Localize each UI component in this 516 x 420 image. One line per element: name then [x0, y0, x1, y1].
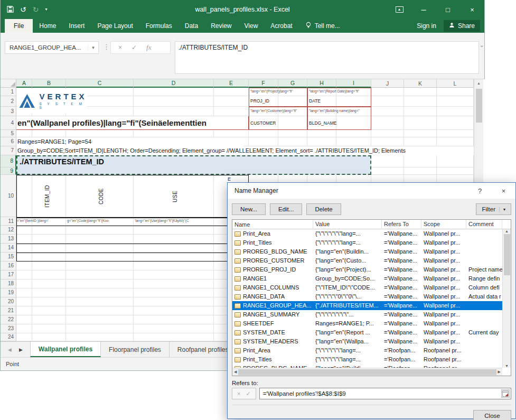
- row-header-6[interactable]: 6: [1, 137, 16, 146]
- column-header-G[interactable]: G: [278, 79, 307, 88]
- row-header-23[interactable]: 23: [1, 324, 16, 333]
- row-header-21[interactable]: 21: [1, 306, 16, 315]
- sheet-nav-right-icon[interactable]: ▶: [19, 347, 23, 352]
- column-header-A[interactable]: A: [16, 79, 32, 88]
- nm-row-print_area[interactable]: Print_Area{"\"\"\"\"\"\"lang=...='Wallpa…: [232, 229, 502, 238]
- nm-scroll-up-icon[interactable]: ▲: [505, 229, 509, 233]
- row-header-9[interactable]: 9: [1, 167, 16, 175]
- nm-column-header-comment[interactable]: Comment: [466, 220, 502, 229]
- ribbon-tab-acrobat[interactable]: Acrobat: [264, 19, 298, 33]
- row-header-22[interactable]: 22: [1, 315, 16, 324]
- edit-name-button[interactable]: Edit...: [270, 203, 302, 215]
- column-header-B[interactable]: B: [32, 79, 66, 88]
- ribbon-tab-review[interactable]: Review: [204, 19, 238, 33]
- row-header-7[interactable]: 7: [1, 146, 16, 155]
- range-picker-icon[interactable]: [501, 389, 510, 398]
- close-icon[interactable]: ×: [460, 0, 484, 19]
- ribbon-tab-data[interactable]: Data: [179, 19, 204, 33]
- row-header-14[interactable]: 14: [1, 244, 16, 253]
- redo-icon[interactable]: ↻: [33, 6, 39, 13]
- nm-scroll-thumb[interactable]: [504, 234, 510, 275]
- nm-column-header-value[interactable]: Value: [313, 220, 382, 229]
- close-button[interactable]: Close: [473, 410, 511, 420]
- name-box[interactable]: RANGE1_GROUP_HEA... ▾: [5, 41, 99, 54]
- maximize-icon[interactable]: □: [436, 0, 460, 19]
- ribbon-tab-page-layout[interactable]: Page Layout: [91, 19, 139, 33]
- row-header-1[interactable]: 1: [1, 88, 16, 96]
- nm-row-range1_data[interactable]: RANGE1_DATA{"\"\"\"\"\"0\"\"0\"\...='Wal…: [232, 292, 502, 301]
- nm-scroll-down-icon[interactable]: ▼: [505, 364, 509, 368]
- ribbon-tab-formulas[interactable]: Formulas: [139, 19, 179, 33]
- filter-button[interactable]: Filter ▾: [476, 203, 511, 215]
- ribbon-tab-insert[interactable]: Insert: [62, 19, 91, 33]
- row-header-13[interactable]: 13: [1, 235, 16, 244]
- row-header-3[interactable]: 3: [1, 107, 16, 116]
- nm-row-system_date[interactable]: SYSTEM_DATE{"lang="en"(Report ...='Wallp…: [232, 328, 502, 337]
- delete-name-button[interactable]: Delete: [306, 203, 341, 215]
- nm-vertical-scrollbar[interactable]: ▲ ▼: [502, 229, 511, 368]
- row-header-15[interactable]: 15: [1, 253, 16, 262]
- scroll-up-icon[interactable]: ▲: [477, 79, 481, 87]
- undo-icon[interactable]: ↺: [20, 6, 26, 13]
- formula-bar-collapse-icon[interactable]: ›: [480, 41, 485, 74]
- column-header-C[interactable]: C: [66, 79, 134, 88]
- row-header-24[interactable]: 24: [1, 333, 16, 341]
- nm-hscroll-thumb[interactable]: [238, 369, 496, 375]
- formula-bar-splitter[interactable]: ⋮: [103, 43, 110, 51]
- qat-customize-icon[interactable]: ▾: [45, 7, 47, 12]
- nm-scroll-left-icon[interactable]: ◀: [234, 370, 237, 374]
- row-header-19[interactable]: 19: [1, 288, 16, 297]
- share-button[interactable]: Share: [444, 20, 480, 32]
- sheet-tab-wallpanel-profiles[interactable]: Wallpanel profiles: [30, 342, 101, 357]
- refers-commit-icon[interactable]: ✓: [246, 390, 250, 397]
- sheet-tab-floorpanel-profiles[interactable]: Floorpanel profiles: [101, 342, 170, 357]
- confirm-entry-icon[interactable]: ✓: [132, 44, 137, 51]
- nm-row-print_titles[interactable]: Print_Titles{"\"\"\"\"\"\"lang=...='Wall…: [232, 238, 502, 247]
- nm-horizontal-scrollbar[interactable]: ◀ ▶: [232, 368, 502, 376]
- ribbon-display-options-icon[interactable]: ▴: [387, 0, 411, 19]
- formula-input[interactable]: ./ATTRIBUTES/ITEM_ID: [175, 41, 479, 74]
- column-header-E[interactable]: E: [214, 79, 249, 88]
- column-header-F[interactable]: F: [249, 79, 278, 88]
- column-header-H[interactable]: H: [307, 79, 336, 88]
- dialog-help-icon[interactable]: ?: [468, 183, 492, 199]
- column-header-J[interactable]: J: [371, 79, 404, 88]
- nm-column-header-name[interactable]: Name: [232, 220, 313, 229]
- nm-row-range1_columns[interactable]: RANGE1_COLUMNS{"\"ITEM_ID\"\"CODE...='Wa…: [232, 283, 502, 292]
- selected-range-a8-i9[interactable]: ./ATTRIBUTES/ITEM_ID: [16, 155, 371, 175]
- nm-row-system_headers[interactable]: SYSTEM_HEADERS{"lang="en"(Wallpa...='Wal…: [232, 337, 502, 346]
- refers-to-input[interactable]: ='Wallpanel profiles'!$A$8:$I$9: [259, 388, 511, 399]
- nm-row-range1[interactable]: RANGE1Group_by=CODE;So...='Wallpane...Wa…: [232, 274, 502, 283]
- nm-scroll-right-icon[interactable]: ▶: [498, 370, 501, 374]
- nm-row-print_titles[interactable]: Print_Titles{"\"\"\"\"\"\"lang=...='Roof…: [232, 355, 502, 364]
- insert-function-icon[interactable]: fx: [146, 43, 151, 52]
- cancel-entry-icon[interactable]: ×: [118, 44, 122, 51]
- row-header-8[interactable]: 8: [1, 155, 16, 167]
- minimize-icon[interactable]: ─: [411, 0, 436, 19]
- sign-in-link[interactable]: Sign in: [417, 22, 436, 30]
- ribbon-tab-file[interactable]: File: [5, 19, 33, 33]
- nm-row-range1_summary[interactable]: RANGE1_SUMMARY{"\"\"\"\"\"\"\"\"...='Wal…: [232, 310, 502, 319]
- row-header-17[interactable]: 17: [1, 270, 16, 279]
- scroll-thumb[interactable]: [476, 89, 482, 123]
- column-header-D[interactable]: D: [134, 79, 214, 88]
- row-header-11[interactable]: 11: [1, 217, 16, 226]
- column-header-K[interactable]: K: [404, 79, 437, 88]
- select-all-corner[interactable]: [1, 79, 16, 88]
- row-header-12[interactable]: 12: [1, 226, 16, 235]
- tell-me-box[interactable]: Tell me...: [299, 22, 346, 30]
- row-header-5[interactable]: 5: [1, 130, 16, 137]
- nm-row-print_area[interactable]: Print_Area{"\"\"\"\"\"\"lang=...='Roofpa…: [232, 346, 502, 355]
- row-header-2[interactable]: 2: [1, 96, 16, 107]
- row-header-20[interactable]: 20: [1, 297, 16, 306]
- new-name-button[interactable]: New...: [232, 203, 266, 215]
- dialog-close-icon[interactable]: ×: [492, 183, 515, 199]
- column-header-L[interactable]: L: [437, 79, 474, 88]
- nm-column-header-scope[interactable]: Scope: [421, 220, 466, 229]
- nm-row-range1_group_hea-[interactable]: RANGE1_GROUP_HEA...{"./ATTRIBUTES/ITEM..…: [232, 301, 502, 310]
- row-header-4[interactable]: 4: [1, 116, 16, 130]
- ribbon-tab-home[interactable]: Home: [33, 19, 62, 33]
- save-icon[interactable]: [7, 6, 14, 14]
- refers-cancel-icon[interactable]: ×: [237, 390, 240, 397]
- ribbon-tab-view[interactable]: View: [238, 19, 265, 33]
